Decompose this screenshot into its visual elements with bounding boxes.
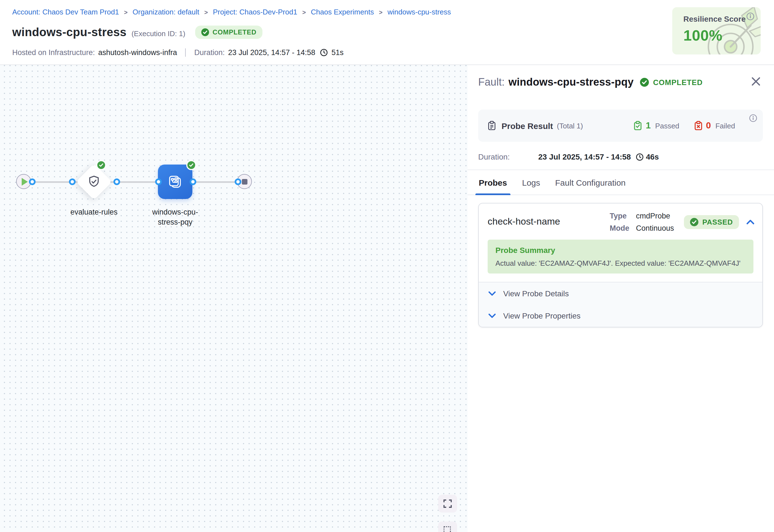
marquee-select-icon: [443, 526, 452, 532]
execution-id: (Execution ID: 1): [132, 29, 185, 38]
tab-probes[interactable]: Probes: [475, 170, 510, 195]
success-check-icon: [96, 160, 106, 170]
title-row: windows-cpu-stress (Execution ID: 1) COM…: [12, 26, 262, 39]
breadcrumb-organization[interactable]: Organization: default: [133, 8, 199, 16]
fault-status-label: COMPLETED: [653, 78, 703, 86]
fault-node-windows-cpu-stress[interactable]: [158, 165, 192, 199]
probe-summary: Probe Summary Actual value: 'EC2AMAZ-QMV…: [488, 240, 753, 274]
probe-status-badge: PASSED: [684, 215, 739, 229]
panel-duration-label: Duration:: [478, 152, 538, 161]
probe-card-header: check-host-name Type cmdProbe Mode Conti…: [479, 203, 762, 232]
clock-icon: [320, 48, 328, 57]
failed-count: 0: [706, 121, 711, 131]
node-label-evaluate-rules: evaluate-rules: [58, 207, 130, 217]
marquee-select-button[interactable]: [438, 521, 457, 532]
passed-label: Passed: [655, 121, 679, 130]
probe-result-counts: 1 Passed 0 Failed: [634, 121, 735, 131]
check-circle-icon: [640, 78, 649, 87]
breadcrumb-current[interactable]: windows-cpu-stress: [388, 8, 451, 16]
view-probe-properties-label: View Probe Properties: [503, 311, 581, 320]
breadcrumb-separator: >: [124, 9, 128, 15]
probe-status-label: PASSED: [702, 218, 733, 226]
resilience-score-card: Resilience Score 100%: [672, 7, 761, 54]
tab-fault-configuration[interactable]: Fault Configuration: [552, 170, 629, 195]
duration-label: Duration:: [194, 48, 225, 57]
connector-port: [155, 178, 162, 185]
fullscreen-icon: [443, 499, 452, 508]
probe-name: check-host-name: [488, 216, 610, 227]
chaos-fault-icon: [167, 174, 183, 190]
close-icon: [751, 77, 761, 86]
probe-result-total: (Total 1): [557, 121, 583, 130]
status-badge-label: COMPLETED: [213, 28, 257, 36]
failed-label: Failed: [715, 121, 735, 130]
check-circle-icon: [202, 28, 209, 36]
probe-mode-value: Continuous: [636, 224, 674, 232]
connector-port: [234, 178, 241, 185]
probe-summary-text: Actual value: 'EC2AMAZ-QMVAF4J'. Expecte…: [495, 259, 746, 267]
fullscreen-button[interactable]: [438, 495, 457, 513]
probe-type-label: Type: [610, 212, 629, 220]
passed-group: 1 Passed: [634, 121, 679, 131]
probe-meta: Type cmdProbe Mode Continuous: [610, 212, 674, 232]
connector-port: [189, 178, 196, 185]
clipboard-x-icon: [694, 121, 703, 131]
fault-status: COMPLETED: [640, 78, 703, 87]
probe-type-value: cmdProbe: [636, 212, 674, 220]
node-label-windows-cpu-stress-pqy: windows-cpu-stress-pqy: [145, 207, 206, 227]
stop-icon: [242, 179, 247, 184]
connector-port: [69, 178, 75, 185]
probe-result-summary: Probe Result (Total 1) 1 Passed: [478, 110, 763, 142]
collapse-probe-button[interactable]: [746, 218, 755, 225]
status-badge: COMPLETED: [195, 26, 263, 39]
success-check-icon: [186, 160, 196, 170]
breadcrumb-chaos-experiments[interactable]: Chaos Experiments: [311, 8, 374, 16]
divider: [185, 48, 186, 57]
header-meta: Hosted on Infrastructure: ashutosh-windo…: [12, 48, 344, 57]
chevron-up-icon: [746, 218, 755, 225]
view-probe-details-label: View Probe Details: [503, 289, 569, 298]
probe-result-title: Probe Result: [502, 121, 553, 130]
fault-header: Fault: windows-cpu-stress-pqy COMPLETED: [478, 75, 763, 90]
pipeline-canvas[interactable]: evaluate-rules windows-cpu-stress-pqy: [0, 65, 468, 532]
breadcrumb-separator: >: [204, 9, 208, 15]
panel-duration: Duration: 23 Jul 2025, 14:57 - 14:58 46s: [478, 151, 763, 162]
tab-logs[interactable]: Logs: [519, 170, 544, 195]
close-panel-button[interactable]: [751, 77, 761, 86]
shield-check-icon: [87, 175, 101, 188]
hosted-label: Hosted on Infrastructure:: [12, 48, 95, 57]
hosted-value: ashutosh-windows-infra: [98, 48, 177, 57]
breadcrumb-account[interactable]: Account: Chaos Dev Team Prod1: [12, 8, 119, 16]
info-icon[interactable]: [749, 114, 757, 125]
view-probe-details-toggle[interactable]: View Probe Details: [479, 282, 762, 305]
connector-port: [113, 178, 120, 185]
resilience-score-value: 100%: [683, 27, 723, 44]
chevron-down-icon: [488, 313, 496, 319]
clipboard-icon: [487, 121, 497, 131]
panel-tabs: Probes Logs Fault Configuration: [468, 170, 774, 195]
chaos-experiment-page: Account: Chaos Dev Team Prod1 > Organiza…: [0, 0, 774, 532]
duration-elapsed: 51s: [331, 48, 344, 57]
passed-count: 1: [646, 121, 651, 131]
breadcrumb-project[interactable]: Project: Chaos-Dev-Prod1: [213, 8, 297, 16]
panel-duration-elapsed: 46s: [646, 152, 659, 161]
fault-label: Fault:: [478, 76, 505, 88]
chevron-down-icon: [488, 290, 496, 297]
clock-icon: [635, 153, 644, 161]
probe-summary-title: Probe Summary: [495, 246, 746, 255]
connector-port: [29, 178, 35, 185]
breadcrumb: Account: Chaos Dev Team Prod1 > Organiza…: [12, 8, 451, 16]
probe-card-footer: View Probe Details View Probe Properties: [479, 282, 762, 327]
breadcrumb-separator: >: [379, 9, 383, 15]
page-header: Account: Chaos Dev Team Prod1 > Organiza…: [0, 0, 774, 65]
info-icon[interactable]: [746, 12, 755, 23]
page-title: windows-cpu-stress: [12, 26, 126, 39]
failed-group: 0 Failed: [694, 121, 735, 131]
view-probe-properties-toggle[interactable]: View Probe Properties: [479, 305, 762, 327]
clipboard-check-icon: [634, 121, 642, 131]
play-icon: [22, 178, 28, 185]
fault-details-panel: Fault: windows-cpu-stress-pqy COMPLETED …: [468, 65, 774, 532]
check-circle-icon: [690, 218, 698, 226]
breadcrumb-separator: >: [302, 9, 306, 15]
duration-value: 23 Jul 2025, 14:57 - 14:58: [228, 48, 315, 57]
